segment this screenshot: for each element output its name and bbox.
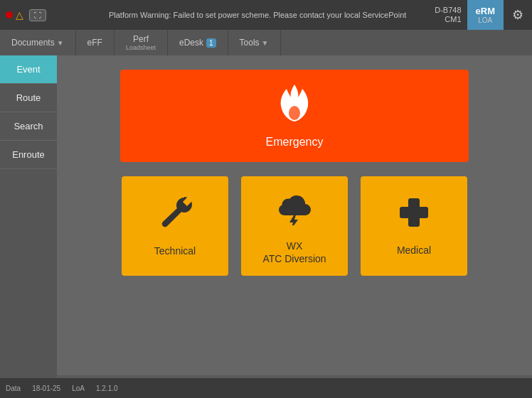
date-value: 18-01-25 [32, 384, 60, 392]
eff-label: eFF [87, 38, 102, 48]
main-content: Emergency Technical WX ATC Diversion [57, 55, 532, 375]
wx-atc-label: WX ATC Diversion [262, 240, 326, 265]
perf-sub-label: Loadsheet [126, 44, 156, 51]
red-dot-icon [6, 11, 13, 18]
medical-label: Medical [397, 244, 431, 257]
edesk-label: eDesk [179, 38, 203, 48]
tools-label: Tools [240, 38, 260, 48]
search-label: Search [14, 121, 43, 131]
nav-perf[interactable]: Perf Loadsheet [115, 30, 168, 55]
erm-tab[interactable]: eRM LOA [467, 0, 504, 30]
device-info: D-B748 CM1 [435, 6, 467, 24]
sidebar-item-enroute[interactable]: Enroute [0, 141, 57, 169]
loa-label: LoA [72, 384, 85, 392]
cm-label: CM1 [445, 15, 461, 24]
route-label: Route [16, 92, 41, 103]
svg-rect-3 [400, 207, 428, 218]
sidebar: Event Route Search Enroute [0, 55, 57, 398]
version-value: 1.2.1.0 [96, 384, 118, 392]
wrench-icon [157, 195, 193, 237]
warning-icons: △ [0, 9, 23, 21]
data-label: Data [6, 384, 21, 392]
event-label: Event [16, 64, 40, 75]
medical-card[interactable]: Medical [361, 176, 467, 276]
keyboard-icon[interactable]: ⛶ [29, 9, 46, 21]
tools-arrow-icon: ▼ [262, 39, 269, 47]
documents-label: Documents [11, 38, 55, 48]
nav-edesk[interactable]: eDesk 1 [168, 30, 228, 55]
nav-documents[interactable]: Documents ▼ [0, 30, 76, 55]
technical-label: Technical [154, 244, 196, 257]
sidebar-item-search[interactable]: Search [0, 112, 57, 141]
sidebar-item-route[interactable]: Route [0, 84, 57, 112]
warning-text: Platform Warning: Failed to set power sc… [52, 11, 435, 19]
device-id: D-B748 [435, 6, 461, 15]
emergency-card[interactable]: Emergency [120, 70, 469, 162]
flame-icon [278, 83, 311, 130]
wx-atc-card[interactable]: WX ATC Diversion [241, 176, 348, 276]
status-bar: Data 18-01-25 LoA 1.2.1.0 [0, 378, 532, 398]
sidebar-item-event[interactable]: Event [0, 55, 57, 84]
edesk-badge: 1 [206, 38, 216, 48]
nav-eff[interactable]: eFF [76, 30, 115, 55]
cards-row: Technical WX ATC Diversion Medical [122, 176, 467, 276]
loa-sub-label: LOA [478, 16, 492, 24]
enroute-label: Enroute [12, 149, 45, 160]
emergency-label: Emergency [266, 136, 324, 149]
cloud-lightning-icon [275, 187, 314, 232]
svg-point-0 [289, 106, 300, 120]
erm-label: eRM [476, 6, 495, 16]
cross-icon [397, 195, 431, 237]
documents-arrow-icon: ▼ [57, 39, 64, 47]
warning-triangle-icon: △ [16, 9, 23, 21]
perf-label: Perf [133, 34, 149, 44]
nav-tools[interactable]: Tools ▼ [228, 30, 281, 55]
technical-card[interactable]: Technical [122, 176, 228, 276]
nav-bar: Documents ▼ eFF Perf Loadsheet eDesk 1 T… [0, 30, 532, 55]
gear-button[interactable]: ⚙ [504, 0, 532, 30]
top-bar: △ ⛶ Platform Warning: Failed to set powe… [0, 0, 532, 30]
